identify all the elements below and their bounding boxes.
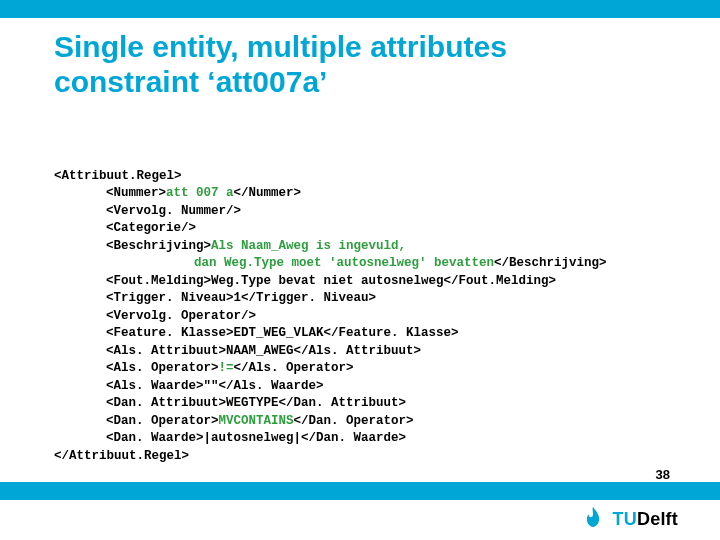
code-l4-val: Als Naam_Aweg is ingevuld, [211,239,406,253]
code-l11-val: != [219,361,234,375]
code-l9: <Feature. Klasse>EDT_WEG_VLAK</Feature. … [106,326,459,340]
code-l13: <Dan. Attribuut>WEGTYPE</Dan. Attribuut> [106,396,406,410]
code-l5-val: dan Weg.Type moet 'autosnelweg' bevatten [194,256,494,270]
code-l5-close: </Beschrijving> [494,256,607,270]
code-l12: <Als. Waarde>""</Als. Waarde> [106,379,324,393]
slide-title: Single entity, multiple attributes const… [54,30,680,99]
bottom-accent-bar [0,482,720,500]
code-l3: <Categorie/> [106,221,196,235]
code-l1-open: <Nummer> [106,186,166,200]
code-l7: <Trigger. Niveau>1</Trigger. Niveau> [106,291,376,305]
title-line-1: Single entity, multiple attributes [54,30,507,63]
title-line-2: constraint ‘att007a’ [54,65,327,98]
code-l15: <Dan. Waarde>|autosnelweg|</Dan. Waarde> [106,431,406,445]
code-l1-close: </Nummer> [234,186,302,200]
code-l1-val: att 007 a [166,186,234,200]
top-accent-bar [0,0,720,18]
code-l14-close: </Dan. Operator> [294,414,414,428]
flame-icon [579,505,607,533]
code-l16: </Attribuut.Regel> [54,449,189,463]
logo-word: Delft [637,509,678,529]
code-block: <Attribuut.Regel> <Nummer>att 007 a</Num… [54,150,690,465]
slide: Single entity, multiple attributes const… [0,0,720,540]
code-l10: <Als. Attribuut>NAAM_AWEG</Als. Attribuu… [106,344,421,358]
code-l0: <Attribuut.Regel> [54,169,182,183]
tudelft-logo: TUDelft [579,504,678,534]
code-l14-val: MVCONTAINS [219,414,294,428]
logo-text: TUDelft [613,509,678,530]
code-l8: <Vervolg. Operator/> [106,309,256,323]
code-l11-open: <Als. Operator> [106,361,219,375]
page-number: 38 [656,467,670,482]
code-l6: <Fout.Melding>Weg.Type bevat niet autosn… [106,274,556,288]
code-l2: <Vervolg. Nummer/> [106,204,241,218]
code-l11-close: </Als. Operator> [234,361,354,375]
code-l4-open: <Beschrijving> [106,239,211,253]
code-l14-open: <Dan. Operator> [106,414,219,428]
